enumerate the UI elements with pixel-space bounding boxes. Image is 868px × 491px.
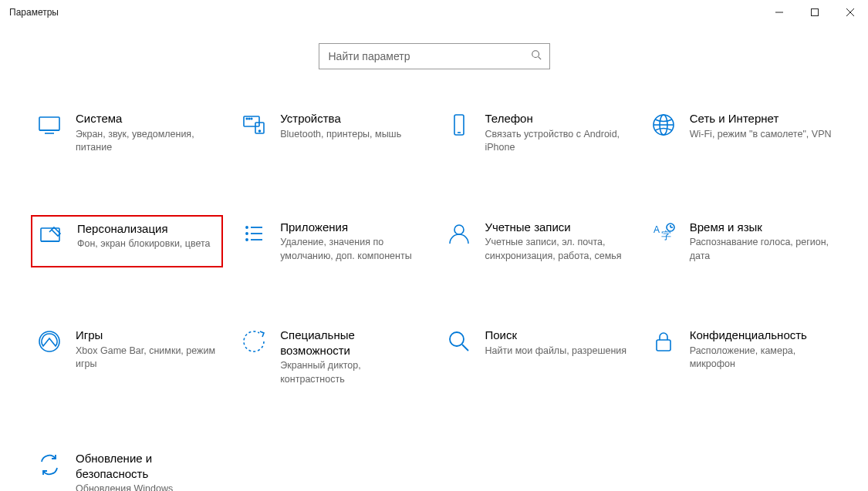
tile-title: Приложения — [280, 220, 423, 235]
window-title: Параметры — [9, 7, 59, 18]
tile-phone[interactable]: Телефон Связать устройство с Android, iP… — [441, 106, 633, 160]
tile-update-security[interactable]: Обновление и безопасность Обновления Win… — [31, 446, 223, 491]
svg-point-14 — [251, 118, 252, 119]
search-input[interactable] — [327, 49, 531, 63]
tile-desc: Обновления Windows — [76, 483, 218, 491]
svg-point-4 — [532, 51, 539, 58]
svg-point-13 — [248, 118, 250, 119]
svg-point-11 — [259, 130, 261, 132]
tile-gaming[interactable]: Игры Xbox Game Bar, снимки, режим игры — [31, 323, 223, 391]
svg-point-34 — [39, 331, 59, 351]
close-icon — [846, 8, 854, 16]
svg-rect-1 — [812, 9, 819, 16]
tile-title: Специальные возможности — [280, 328, 423, 358]
tile-desc: Расположение, камера, микрофон — [690, 345, 833, 372]
accounts-icon — [445, 221, 473, 249]
maximize-icon — [811, 8, 819, 16]
search-bar — [0, 43, 868, 69]
gaming-icon — [35, 329, 63, 357]
tile-desc: Фон, экран блокировки, цвета — [77, 237, 217, 251]
time-language-icon: A字 — [650, 221, 677, 249]
close-button[interactable] — [833, 0, 868, 25]
svg-point-12 — [246, 118, 248, 119]
tile-desc: Xbox Game Bar, снимки, режим игры — [76, 345, 218, 372]
privacy-icon — [650, 329, 677, 357]
maximize-button[interactable] — [797, 0, 833, 25]
tile-title: Телефон — [485, 111, 628, 126]
search-box[interactable] — [319, 43, 550, 69]
tile-title: Система — [76, 111, 218, 126]
svg-line-36 — [462, 345, 468, 351]
tile-desc: Bluetooth, принтеры, мышь — [280, 128, 423, 142]
tile-title: Время и язык — [690, 220, 833, 235]
tile-desc: Удаление, значения по умолчанию, доп. ко… — [280, 236, 423, 263]
svg-point-22 — [246, 227, 248, 228]
tile-devices[interactable]: Устройства Bluetooth, принтеры, мышь — [235, 106, 427, 160]
apps-icon — [240, 221, 268, 249]
minimize-icon — [775, 8, 783, 16]
tile-apps[interactable]: Приложения Удаление, значения по умолчан… — [235, 215, 427, 268]
svg-rect-15 — [454, 115, 464, 135]
svg-point-35 — [450, 332, 464, 346]
search-tile-icon — [445, 329, 473, 357]
tile-desc: Экран, звук, уведомления, питание — [76, 128, 218, 155]
tile-title: Игры — [76, 328, 218, 343]
tile-title: Сеть и Интернет — [690, 111, 833, 126]
svg-point-28 — [454, 225, 464, 234]
tile-privacy[interactable]: Конфиденциальность Расположение, камера,… — [645, 323, 837, 391]
tile-desc: Найти мои файлы, разрешения — [485, 345, 628, 358]
tile-title: Обновление и безопасность — [76, 451, 218, 481]
tile-time-language[interactable]: A字 Время и язык Распознавание голоса, ре… — [645, 215, 837, 268]
network-icon — [650, 113, 677, 140]
tile-desc: Распознавание голоса, регион, дата — [690, 236, 833, 263]
svg-text:A: A — [654, 224, 660, 235]
tile-title: Устройства — [280, 111, 423, 126]
devices-icon — [240, 113, 268, 140]
svg-point-26 — [246, 239, 248, 240]
tile-title: Учетные записи — [485, 220, 628, 235]
update-security-icon — [35, 452, 63, 480]
tile-title: Поиск — [485, 328, 628, 343]
tile-desc: Учетные записи, эл. почта, синхронизация… — [485, 236, 628, 263]
phone-icon — [445, 113, 473, 140]
tile-personalization[interactable]: Персонализация Фон, экран блокировки, цв… — [31, 215, 223, 268]
svg-rect-37 — [657, 340, 670, 351]
search-icon — [531, 49, 542, 63]
tile-desc: Wi-Fi, режим "в самолете", VPN — [690, 128, 833, 142]
tile-title: Конфиденциальность — [690, 328, 833, 343]
tile-accounts[interactable]: Учетные записи Учетные записи, эл. почта… — [441, 215, 633, 268]
svg-point-24 — [246, 233, 248, 234]
tile-ease-of-access[interactable]: Специальные возможности Экранный диктор,… — [235, 323, 427, 391]
tile-system[interactable]: Система Экран, звук, уведомления, питани… — [31, 106, 223, 160]
system-icon — [35, 113, 63, 140]
ease-of-access-icon — [240, 329, 268, 357]
tile-desc: Экранный диктор, контрастность — [280, 359, 423, 386]
tile-network[interactable]: Сеть и Интернет Wi-Fi, режим "в самолете… — [645, 106, 837, 160]
tile-desc: Связать устройство с Android, iPhone — [485, 128, 628, 155]
minimize-button[interactable] — [762, 0, 797, 25]
svg-line-5 — [538, 57, 541, 60]
personalization-icon — [37, 223, 65, 251]
titlebar: Параметры — [0, 0, 868, 25]
tile-search[interactable]: Поиск Найти мои файлы, разрешения — [441, 323, 633, 391]
svg-rect-6 — [39, 117, 59, 130]
tile-title: Персонализация — [77, 221, 217, 237]
settings-grid: Система Экран, звук, уведомления, питани… — [0, 106, 868, 491]
